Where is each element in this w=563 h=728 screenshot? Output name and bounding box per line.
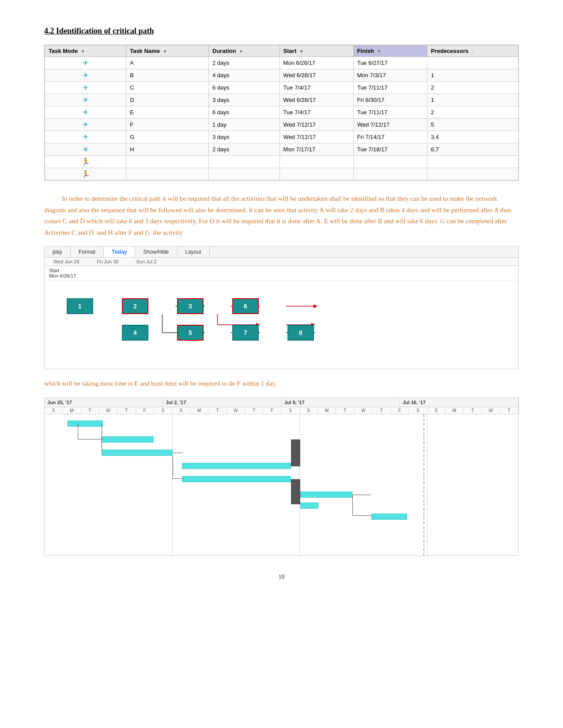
- task-mode-icon: ✈: [83, 121, 88, 128]
- task-table: Task Mode ▼ Task Name ▼ Duration ▼ Start…: [45, 45, 518, 180]
- gantt-day-w3: W: [355, 407, 373, 414]
- predecessors-cell: 2: [427, 106, 518, 119]
- table-header-row: Task Mode ▼ Task Name ▼ Duration ▼ Start…: [45, 45, 518, 57]
- gantt-day-s6: S: [409, 407, 427, 414]
- gantt-day-m4: M: [446, 407, 464, 414]
- vline-3: [427, 414, 427, 555]
- duration-cell: 3 days: [209, 94, 280, 106]
- gantt-bar-e: [182, 476, 291, 482]
- node-3: 3: [177, 298, 204, 314]
- toolbar-showhide[interactable]: Show/Hide: [135, 247, 177, 257]
- table-row: ✈A2 daysMon 6/26/17Tue 6/27/17: [45, 57, 518, 69]
- empty-cell: [427, 156, 518, 168]
- task-mode-icon: ✈: [83, 133, 88, 141]
- task-name-cell: A: [126, 57, 209, 69]
- finish-cell: Fri 6/30/17: [353, 94, 427, 106]
- table-row: ✈E6 daysTue 7/4/17Tue 7/11/172: [45, 106, 518, 119]
- start-cell: Tue 7/4/17: [280, 82, 353, 94]
- task-name-cell: H: [126, 143, 209, 156]
- connector-ab: [102, 424, 102, 452]
- col-task-mode[interactable]: Task Mode ▼: [45, 45, 126, 57]
- col-finish[interactable]: Finish ▼: [353, 45, 427, 57]
- network-toolbar: play Format Today Show/Hide Layout: [45, 247, 518, 258]
- finish-cell: Tue 7/11/17: [353, 82, 427, 94]
- col-task-name[interactable]: Task Name ▼: [126, 45, 209, 57]
- gantt-bar-h: [371, 514, 407, 520]
- gantt-day-s2: S: [154, 407, 172, 414]
- task-mode-icon-cell: ✈: [45, 143, 126, 156]
- task-name-cell: E: [126, 106, 209, 119]
- predecessors-cell: 5: [427, 119, 518, 131]
- empty-cell: [209, 168, 280, 180]
- empty-cell: [280, 156, 353, 168]
- gantt-day-f1: F: [136, 407, 154, 414]
- col-duration[interactable]: Duration ▼: [209, 45, 280, 57]
- page-number: 18: [44, 574, 519, 581]
- task-mode-icon: ✈: [83, 84, 88, 91]
- gantt-day-t4: T: [245, 407, 263, 414]
- connector-fh: [352, 495, 353, 515]
- gantt-week-3: Jul 9, '17: [282, 398, 400, 407]
- node-1: 1: [67, 298, 93, 314]
- task-mode-icon-extra: 🏃: [45, 168, 126, 180]
- gantt-day-m2: M: [190, 407, 208, 414]
- connector-bc: [173, 453, 183, 453]
- gantt-bar-d: [102, 436, 154, 443]
- finish-cell: Tue 6/27/17: [353, 57, 427, 69]
- gantt-day-w1: W: [99, 407, 117, 414]
- node-8: 8: [287, 325, 314, 341]
- date-sun-jul2: Sun Jul 2: [127, 259, 165, 264]
- start-cell: Wed 7/12/17: [280, 131, 353, 143]
- table-row: ✈F1 dayWed 7/12/17Wed 7/12/175: [45, 119, 518, 131]
- empty-cell: [353, 168, 427, 180]
- toolbar-layout[interactable]: Layout: [178, 247, 210, 257]
- predecessors-cell: [427, 57, 518, 69]
- task-mode-icon-cell: ✈: [45, 119, 126, 131]
- vline-1: [172, 414, 173, 555]
- connector-fh2: [352, 515, 371, 516]
- gantt-bar-b: [102, 450, 173, 456]
- table-row-extra: 🏃: [45, 168, 518, 180]
- gantt-bar-f: [300, 503, 318, 509]
- task-mode-icon-cell: ✈: [45, 82, 126, 94]
- task-mode-icon-cell: ✈: [45, 131, 126, 143]
- duration-cell: 2 days: [209, 143, 280, 156]
- start-date-text: Mon 6/26/17: [49, 273, 76, 278]
- table-body: ✈A2 daysMon 6/26/17Tue 6/27/17✈B4 daysWe…: [45, 57, 518, 180]
- duration-cell: 6 days: [209, 82, 280, 94]
- table-row: ✈H2 daysMon 7/17/17Tue 7/18/176,7: [45, 143, 518, 156]
- col-predecessors[interactable]: Predecessors .: [427, 45, 518, 57]
- network-start-label: Start Mon 6/26/17: [45, 266, 518, 281]
- connector-gh: [352, 495, 371, 495]
- gantt-week-4: Jul 16, '17: [400, 398, 518, 407]
- predecessors-cell: 6,7: [427, 143, 518, 156]
- col-start[interactable]: Start ▼: [280, 45, 353, 57]
- gantt-day-w2: W: [227, 407, 245, 414]
- start-cell: Wed 6/28/17: [280, 69, 353, 82]
- gantt-bar-g: [300, 492, 352, 498]
- gantt-body: [45, 414, 518, 555]
- toolbar-format[interactable]: Format: [71, 247, 104, 257]
- toolbar-today[interactable]: Today: [104, 247, 135, 257]
- connector-ef1: [291, 479, 300, 504]
- date-fri-jun30: Fri Jun 30: [88, 259, 128, 264]
- task-mode-icon-cell: ✈: [45, 57, 126, 69]
- task-mode-icon-cell: ✈: [45, 106, 126, 119]
- gantt-day-s3: S: [172, 407, 190, 414]
- duration-cell: 1 day: [209, 119, 280, 131]
- date-wed-jun28: Wed Jun 28: [45, 259, 88, 264]
- gantt-day-t3: T: [208, 407, 227, 414]
- predecessors-cell: 1: [427, 69, 518, 82]
- table-row: ✈D3 daysWed 6/28/17Fri 6/30/171: [45, 94, 518, 106]
- gantt-day-s1: S: [45, 407, 63, 414]
- gantt-day-t7: T: [464, 407, 482, 414]
- connector-ad1: [78, 424, 78, 439]
- dashed-vline: [423, 414, 424, 555]
- node-2: 2: [122, 298, 148, 314]
- toolbar-play[interactable]: play: [45, 247, 71, 257]
- start-cell: Wed 6/28/17: [280, 94, 353, 106]
- gantt-day-t8: T: [500, 407, 518, 414]
- task-mode-icon: ✈: [83, 96, 88, 104]
- task-name-cell: C: [126, 82, 209, 94]
- task-name-cell: D: [126, 94, 209, 106]
